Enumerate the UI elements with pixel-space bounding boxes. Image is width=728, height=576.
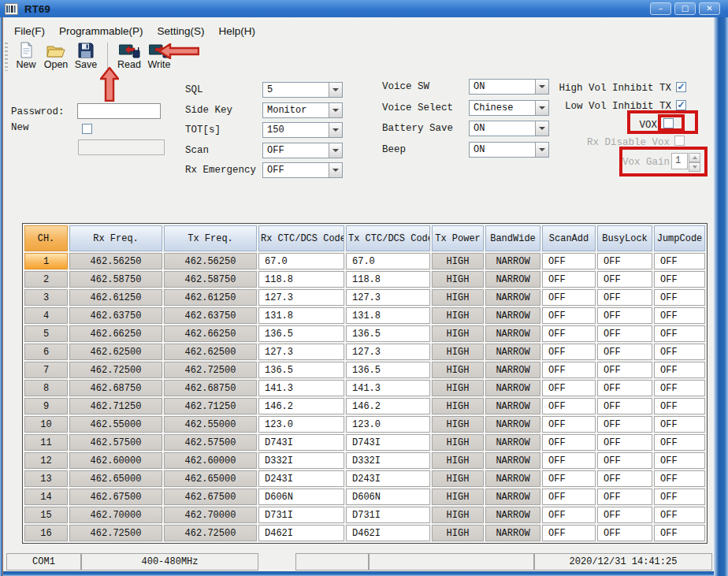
- table-cell[interactable]: 146.2: [258, 398, 344, 414]
- table-cell[interactable]: NARROW: [485, 380, 540, 396]
- table-cell[interactable]: HIGH: [432, 452, 484, 469]
- table-cell[interactable]: 462.62500: [69, 344, 162, 360]
- table-cell[interactable]: 146.2: [346, 398, 430, 414]
- low-vol-inhibit-checkbox[interactable]: [676, 100, 686, 110]
- table-cell[interactable]: 462.62500: [164, 344, 257, 360]
- table-cell[interactable]: HIGH: [432, 434, 484, 451]
- table-cell[interactable]: 462.56250: [69, 253, 162, 269]
- voice-select-dropdown[interactable]: Chinese: [469, 100, 549, 116]
- table-cell[interactable]: OFF: [597, 489, 652, 505]
- dropdown-arrow-icon[interactable]: [535, 80, 548, 94]
- table-cell[interactable]: NARROW: [485, 362, 540, 378]
- table-cell[interactable]: OFF: [542, 253, 596, 269]
- table-cell[interactable]: 462.57500: [164, 434, 257, 451]
- row-header-channel[interactable]: 9: [24, 398, 68, 414]
- table-cell[interactable]: 462.63750: [69, 307, 162, 324]
- open-button[interactable]: Open: [43, 41, 69, 70]
- read-button[interactable]: Read: [117, 41, 142, 70]
- row-header-channel[interactable]: 8: [24, 380, 68, 396]
- table-cell[interactable]: HIGH: [432, 362, 484, 378]
- table-cell[interactable]: 462.58750: [69, 271, 162, 288]
- table-cell[interactable]: HIGH: [432, 489, 484, 505]
- table-cell[interactable]: 462.66250: [164, 325, 257, 342]
- table-cell[interactable]: 67.0: [258, 253, 344, 269]
- table-cell[interactable]: NARROW: [485, 253, 540, 269]
- table-cell[interactable]: OFF: [597, 271, 652, 288]
- row-header-channel[interactable]: 1: [24, 253, 68, 269]
- table-cell[interactable]: 462.70000: [69, 507, 162, 523]
- table-cell[interactable]: 136.5: [346, 362, 430, 378]
- row-header-channel[interactable]: 6: [24, 344, 68, 360]
- tot-s--dropdown[interactable]: 150: [262, 122, 343, 138]
- table-cell[interactable]: 462.60000: [164, 452, 257, 469]
- row-header-channel[interactable]: 5: [24, 325, 68, 342]
- row-header-channel[interactable]: 14: [24, 489, 68, 505]
- table-cell[interactable]: 462.72500: [69, 525, 162, 541]
- table-cell[interactable]: OFF: [597, 416, 652, 433]
- table-cell[interactable]: 462.61250: [164, 289, 257, 306]
- table-cell[interactable]: OFF: [542, 525, 596, 541]
- table-cell[interactable]: OFF: [542, 362, 596, 378]
- new-password-input[interactable]: [78, 139, 165, 155]
- dropdown-arrow-icon[interactable]: [329, 123, 342, 137]
- row-header-channel[interactable]: 12: [24, 452, 68, 469]
- row-header-channel[interactable]: 15: [24, 507, 68, 523]
- table-cell[interactable]: OFF: [654, 380, 705, 396]
- table-cell[interactable]: OFF: [654, 344, 705, 360]
- table-cell[interactable]: OFF: [542, 271, 596, 288]
- table-cell[interactable]: D606N: [346, 489, 430, 505]
- table-cell[interactable]: HIGH: [432, 289, 484, 306]
- table-cell[interactable]: OFF: [542, 434, 596, 451]
- table-cell[interactable]: HIGH: [432, 344, 484, 360]
- table-cell[interactable]: 141.3: [258, 380, 344, 396]
- table-cell[interactable]: NARROW: [485, 434, 540, 451]
- table-cell[interactable]: 127.3: [346, 289, 430, 306]
- table-cell[interactable]: OFF: [654, 253, 705, 269]
- table-cell[interactable]: OFF: [654, 271, 705, 288]
- table-cell[interactable]: OFF: [654, 525, 705, 541]
- table-cell[interactable]: OFF: [597, 380, 652, 396]
- close-button[interactable]: ✕: [699, 2, 720, 15]
- table-cell[interactable]: 462.60000: [69, 452, 162, 469]
- table-cell[interactable]: 462.72500: [164, 525, 257, 541]
- table-cell[interactable]: OFF: [654, 398, 705, 414]
- table-cell[interactable]: OFF: [597, 325, 652, 342]
- dropdown-arrow-icon[interactable]: [329, 83, 342, 97]
- table-cell[interactable]: OFF: [654, 470, 705, 487]
- table-cell[interactable]: 118.8: [258, 271, 344, 288]
- table-cell[interactable]: HIGH: [432, 507, 484, 523]
- row-header-channel[interactable]: 2: [24, 271, 68, 288]
- table-cell[interactable]: D731I: [258, 507, 344, 523]
- table-cell[interactable]: 136.5: [346, 325, 430, 342]
- table-cell[interactable]: OFF: [654, 289, 705, 306]
- table-cell[interactable]: D243I: [258, 470, 344, 487]
- table-cell[interactable]: OFF: [597, 362, 652, 378]
- maximize-button[interactable]: □: [674, 2, 696, 15]
- table-cell[interactable]: 462.71250: [69, 398, 162, 414]
- table-cell[interactable]: 123.0: [346, 416, 430, 433]
- table-cell[interactable]: OFF: [542, 416, 596, 433]
- table-cell[interactable]: OFF: [597, 398, 652, 414]
- table-cell[interactable]: OFF: [654, 416, 705, 433]
- table-cell[interactable]: OFF: [597, 434, 652, 451]
- table-cell[interactable]: D462I: [346, 525, 430, 541]
- table-cell[interactable]: OFF: [597, 507, 652, 523]
- table-cell[interactable]: OFF: [597, 452, 652, 469]
- password-input[interactable]: [77, 103, 161, 119]
- new-checkbox[interactable]: [82, 124, 92, 134]
- row-header-channel[interactable]: 7: [24, 362, 68, 378]
- table-cell[interactable]: D243I: [346, 470, 430, 487]
- table-cell[interactable]: HIGH: [432, 271, 484, 288]
- table-cell[interactable]: NARROW: [485, 398, 540, 414]
- table-cell[interactable]: OFF: [542, 507, 596, 523]
- table-cell[interactable]: 462.68750: [69, 380, 162, 396]
- table-cell[interactable]: 462.63750: [164, 307, 257, 324]
- table-cell[interactable]: OFF: [654, 489, 705, 505]
- table-cell[interactable]: OFF: [542, 344, 596, 360]
- dropdown-arrow-icon[interactable]: [535, 143, 548, 157]
- table-cell[interactable]: OFF: [654, 434, 705, 451]
- table-cell[interactable]: 131.8: [346, 307, 430, 324]
- table-cell[interactable]: D743I: [346, 434, 430, 451]
- table-cell[interactable]: 141.3: [346, 380, 430, 396]
- table-cell[interactable]: 462.70000: [164, 507, 257, 523]
